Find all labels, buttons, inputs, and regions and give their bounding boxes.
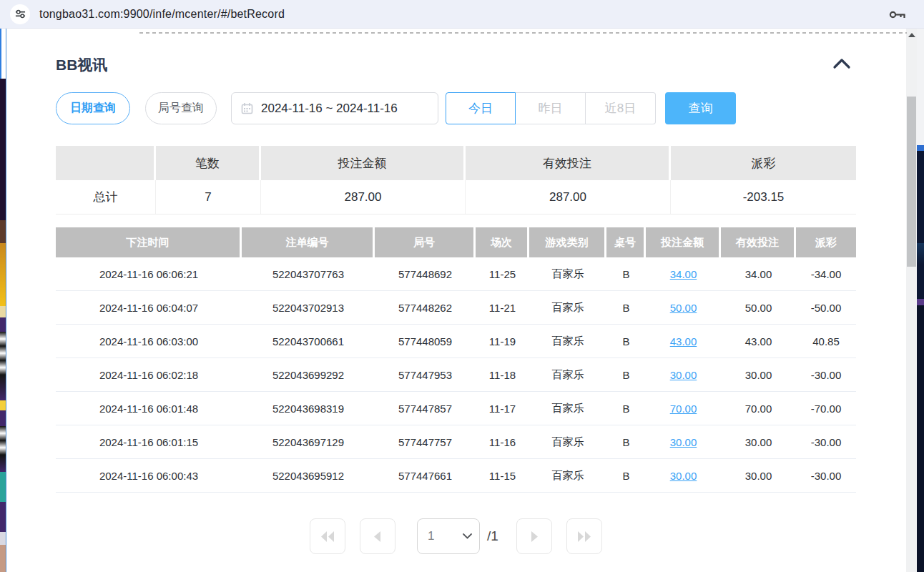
round-query-tab[interactable]: 局号查询 (145, 92, 217, 124)
summary-total-valid-bet: 287.00 (466, 180, 671, 214)
header-bet-time: 下注时间 (56, 227, 242, 257)
cell-bet-time: 2024-11-16 06:02:18 (56, 358, 242, 391)
cell-payout: -70.00 (796, 392, 856, 425)
cell-session: 11-19 (476, 325, 529, 358)
cell-bet-time: 2024-11-16 06:06:21 (56, 257, 242, 290)
total-pages-label: /1 (487, 528, 498, 544)
double-chevron-right-icon (577, 531, 591, 542)
cell-round-number: 577448692 (375, 257, 476, 290)
bet-amount-link[interactable]: 50.00 (670, 302, 697, 314)
password-key-button[interactable] (888, 6, 907, 23)
bet-amount-link[interactable]: 30.00 (670, 436, 697, 448)
next-page-button[interactable] (516, 518, 552, 554)
cell-payout: -30.00 (796, 459, 856, 492)
cell-round-number: 577447857 (375, 392, 476, 425)
summary-header-row: 笔数 投注金额 有效投注 派彩 (56, 146, 856, 180)
cell-bet-amount: 43.00 (646, 325, 721, 358)
cell-session: 11-25 (476, 257, 529, 290)
cell-bet-amount: 70.00 (646, 392, 721, 425)
cell-game-type: 百家乐 (529, 325, 606, 358)
site-info-button[interactable] (10, 4, 30, 24)
date-range-value: 2024-11-16 ~ 2024-11-16 (261, 102, 398, 116)
chevron-right-icon (531, 531, 538, 542)
cell-round-number: 577448262 (375, 291, 476, 324)
cell-valid-bet: 50.00 (721, 291, 796, 324)
summary-header-bet-amount: 投注金额 (261, 146, 466, 180)
cell-slip-number: 522043702913 (242, 291, 375, 324)
summary-table: 笔数 投注金额 有效投注 派彩 总计 7 287.00 287.00 -203.… (56, 146, 856, 214)
cell-bet-time: 2024-11-16 06:00:43 (56, 459, 242, 492)
header-slip-number: 注单编号 (242, 227, 375, 257)
filter-toolbar: 日期查询 局号查询 2024-11-16 ~ 2024-11-16 今日 昨日 … (0, 92, 924, 124)
cell-slip-number: 522043700661 (242, 325, 375, 358)
bet-table-header-row: 下注时间 注单编号 局号 场次 游戏类别 桌号 投注金额 有效投注 派彩 (56, 227, 856, 257)
scrollbar-up-button[interactable] (906, 29, 917, 41)
today-button[interactable]: 今日 (446, 92, 516, 124)
bet-amount-link[interactable]: 30.00 (670, 369, 697, 381)
header-table-number: 桌号 (606, 227, 646, 257)
header-bet-amount: 投注金额 (646, 227, 721, 257)
cell-valid-bet: 30.00 (721, 358, 796, 391)
date-query-tab[interactable]: 日期查询 (56, 92, 130, 124)
cell-bet-time: 2024-11-16 06:01:15 (56, 425, 242, 458)
cell-payout: -50.00 (796, 291, 856, 324)
first-page-button[interactable] (310, 518, 345, 554)
collapse-panel-button[interactable] (830, 54, 853, 73)
url-text[interactable]: tongbao31.com:9900/infe/mcenter/#/betRec… (39, 8, 285, 21)
header-valid-bet: 有效投注 (721, 227, 796, 257)
cell-payout: 40.85 (796, 325, 856, 358)
pagination-bar: 1 /1 (56, 518, 856, 555)
cell-payout: -30.00 (796, 425, 856, 458)
cell-session: 11-15 (476, 459, 529, 492)
table-row: 2024-11-16 06:06:21522043707763577448692… (56, 257, 856, 291)
cell-bet-amount: 34.00 (646, 257, 721, 290)
cell-game-type: 百家乐 (529, 392, 606, 425)
bet-table-body: 2024-11-16 06:06:21522043707763577448692… (56, 257, 856, 493)
search-button[interactable]: 查询 (665, 92, 736, 124)
cell-round-number: 577448059 (375, 325, 476, 358)
cell-slip-number: 522043699292 (242, 358, 375, 391)
summary-header-valid-bet: 有效投注 (466, 146, 671, 180)
cell-valid-bet: 30.00 (721, 425, 796, 458)
site-settings-sliders-icon (15, 9, 26, 19)
cell-table-number: B (606, 291, 646, 324)
chevron-left-icon (374, 531, 381, 542)
summary-total-row: 总计 7 287.00 287.00 -203.15 (56, 180, 856, 214)
cell-slip-number: 522043695912 (242, 459, 375, 492)
page-select[interactable]: 1 (417, 518, 480, 554)
date-range-input[interactable]: 2024-11-16 ~ 2024-11-16 (231, 92, 438, 124)
background-page-blue-edge (0, 29, 1, 79)
cell-slip-number: 522043707763 (242, 257, 375, 290)
table-row: 2024-11-16 06:01:48522043698319577447857… (56, 392, 856, 425)
current-page-value: 1 (428, 529, 463, 543)
cell-payout: -30.00 (796, 358, 856, 391)
bet-amount-link[interactable]: 30.00 (670, 470, 697, 482)
summary-header-blank (56, 146, 156, 180)
cell-game-type: 百家乐 (529, 459, 606, 492)
browser-address-bar: tongbao31.com:9900/infe/mcenter/#/betRec… (0, 0, 924, 29)
cell-bet-time: 2024-11-16 06:04:07 (56, 291, 242, 324)
last-8-days-button[interactable]: 近8日 (586, 92, 656, 124)
cell-valid-bet: 34.00 (721, 257, 796, 290)
chevron-down-icon (463, 533, 472, 539)
bet-amount-link[interactable]: 34.00 (670, 268, 697, 280)
bet-amount-link[interactable]: 70.00 (670, 403, 697, 415)
table-row: 2024-11-16 06:03:00522043700661577448059… (56, 325, 856, 358)
last-page-button[interactable] (566, 518, 602, 554)
bet-records-table: 下注时间 注单编号 局号 场次 游戏类别 桌号 投注金额 有效投注 派彩 202… (56, 227, 856, 493)
cell-game-type: 百家乐 (529, 257, 606, 290)
cell-round-number: 577447953 (375, 358, 476, 391)
cell-bet-amount: 30.00 (646, 425, 721, 458)
table-row: 2024-11-16 06:00:43522043695912577447661… (56, 459, 856, 493)
cell-bet-time: 2024-11-16 06:03:00 (56, 325, 242, 358)
header-payout: 派彩 (796, 227, 856, 257)
bet-amount-link[interactable]: 43.00 (670, 335, 697, 347)
cell-table-number: B (606, 358, 646, 391)
calendar-icon (241, 102, 253, 114)
cell-valid-bet: 43.00 (721, 325, 796, 358)
yesterday-button[interactable]: 昨日 (516, 92, 586, 124)
cell-bet-amount: 50.00 (646, 291, 721, 324)
chevron-up-icon (832, 58, 851, 69)
prev-page-button[interactable] (360, 518, 395, 554)
summary-total-count: 7 (156, 180, 261, 214)
